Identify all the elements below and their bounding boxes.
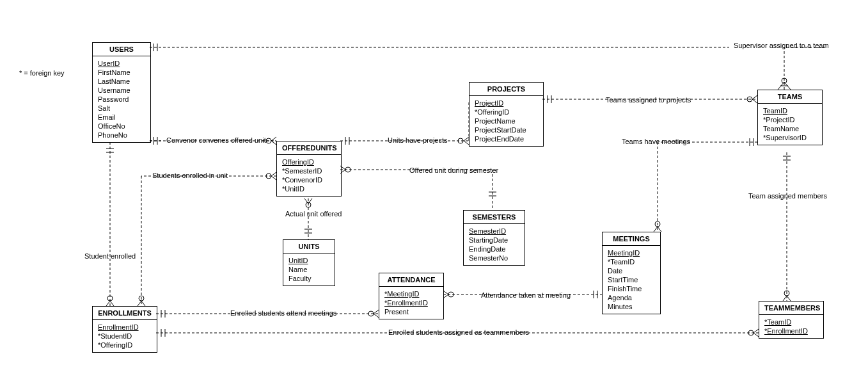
attr: *SemesterID — [282, 166, 336, 175]
svg-line-62 — [271, 176, 276, 180]
attr: *ProjectID — [763, 115, 817, 124]
attr: UserID — [98, 59, 145, 68]
entity-title: SEMESTERS — [464, 211, 525, 224]
entity-units: UNITS UnitIDNameFaculty — [283, 239, 335, 286]
entity-projects: PROJECTS ProjectID*OfferingIDProjectName… — [469, 82, 544, 147]
rel-supervisor: Supervisor assigned to a team — [732, 42, 830, 49]
attr: SemesterNo — [469, 253, 519, 262]
attr: *SupervisorID — [763, 133, 817, 142]
attr: Email — [98, 113, 145, 122]
attr: *OfferingID — [98, 341, 152, 350]
entity-title: ENROLLMENTS — [93, 307, 157, 320]
attr: StartTime — [608, 275, 655, 284]
entity-attrs: UnitIDNameFaculty — [283, 253, 335, 285]
entity-teammembers: TEAMMEMBERS *TeamID*EnrollmentID — [759, 301, 824, 339]
attr: Salt — [98, 104, 145, 113]
rel-team-members: Team assigned members — [747, 192, 828, 200]
attr: Username — [98, 86, 145, 95]
svg-line-44 — [787, 296, 791, 301]
svg-point-60 — [266, 173, 271, 179]
attr: Name — [288, 265, 329, 274]
rel-attendance-meeting: Attendance taken at meeting — [480, 291, 572, 299]
attr: FinishTime — [608, 284, 655, 293]
svg-line-38 — [658, 227, 661, 232]
svg-point-87 — [748, 330, 754, 335]
entity-attrs: *TeamID*EnrollmentID — [759, 315, 823, 338]
attr: *ConvenorID — [282, 175, 336, 184]
entity-semesters: SEMESTERS SemesterIDStartingDateEndingDa… — [463, 210, 525, 266]
rel-units-projects: Units have projects — [386, 136, 449, 144]
rel-convenor: Convenor convenes offered unit — [165, 136, 267, 144]
er-diagram-canvas: * = foreign key USERS UserIDFirstNameLas… — [0, 0, 868, 386]
attr: *TeamID — [608, 257, 655, 266]
svg-point-23 — [458, 138, 463, 143]
entity-attrs: TeamID*ProjectIDTeamName*SupervisorID — [758, 104, 822, 145]
entity-title: ATTENDANCE — [379, 273, 443, 287]
attr: *OfferingID — [475, 108, 538, 117]
rel-student-enrolled: Student enrolled — [83, 252, 137, 260]
attr: TeamID — [763, 106, 817, 115]
svg-point-53 — [306, 202, 311, 207]
attr: ProjectName — [475, 117, 538, 125]
entity-attrs: *MeetingID*EnrollmentIDPresent — [379, 287, 443, 319]
svg-line-77 — [374, 314, 379, 318]
svg-point-42 — [784, 291, 789, 296]
entity-title: PROJECTS — [470, 83, 543, 96]
svg-point-36 — [655, 221, 660, 227]
svg-line-65 — [141, 301, 145, 306]
rel-enrolled-attend: Enrolled students attend meetings — [229, 309, 338, 317]
attr: *EnrollmentID — [384, 298, 438, 307]
entity-enrollments: ENROLLMENTS EnrollmentID*StudentID*Offer… — [92, 306, 157, 353]
entity-meetings: MEETINGS MeetingID*TeamIDDateStartTimeFi… — [602, 232, 661, 314]
attr: EndingDate — [469, 245, 519, 253]
attr: EnrollmentID — [98, 323, 152, 332]
svg-line-76 — [374, 310, 379, 314]
attr: UnitID — [288, 256, 329, 265]
svg-point-29 — [747, 97, 752, 102]
svg-line-88 — [754, 329, 759, 333]
rel-offered-semester: Offered unit during semester — [408, 166, 500, 174]
svg-line-81 — [443, 294, 448, 298]
svg-line-54 — [304, 198, 308, 204]
svg-line-64 — [138, 301, 141, 306]
svg-line-43 — [783, 296, 787, 301]
attr: Faculty — [288, 274, 329, 283]
attr: ProjectID — [475, 99, 538, 108]
entity-title: MEETINGS — [603, 232, 660, 246]
entity-attrs: UserIDFirstNameLastNameUsernamePasswordS… — [93, 56, 150, 142]
entity-attrs: EnrollmentID*StudentID*OfferingID — [93, 320, 157, 352]
attr: OfficeNo — [98, 122, 145, 131]
svg-line-70 — [106, 301, 110, 306]
svg-line-17 — [271, 141, 276, 145]
svg-point-75 — [368, 311, 374, 316]
foreign-key-note: * = foreign key — [19, 69, 65, 77]
svg-line-71 — [110, 301, 114, 306]
svg-line-80 — [443, 291, 448, 294]
attr: Date — [608, 266, 655, 275]
entity-title: TEAMMEMBERS — [759, 302, 823, 315]
entity-attrs: ProjectID*OfferingIDProjectNameProjectSt… — [470, 96, 543, 146]
entity-teams: TEAMS TeamID*ProjectIDTeamName*Superviso… — [757, 90, 823, 145]
attr: FirstName — [98, 68, 145, 77]
svg-point-63 — [139, 296, 144, 301]
attr: Agenda — [608, 293, 655, 302]
attr: *MeetingID — [384, 289, 438, 298]
svg-line-31 — [752, 99, 757, 103]
entity-offeredunits: OFFEREDUNITS OfferingID*SemesterID*Conve… — [276, 141, 342, 197]
svg-point-79 — [448, 292, 454, 297]
rel-enrolled-teammembers: Enrolled students assigned as teammember… — [387, 328, 530, 336]
entity-attrs: SemesterIDStartingDateEndingDateSemester… — [464, 224, 525, 265]
attr: *EnrollmentID — [764, 326, 818, 335]
attr: *StudentID — [98, 332, 152, 341]
svg-line-37 — [654, 227, 658, 232]
rel-students-unit: Students enrolled in unit — [151, 172, 229, 179]
attr: *UnitID — [282, 184, 336, 193]
entity-title: TEAMS — [758, 90, 822, 104]
attr: Minutes — [608, 302, 655, 311]
svg-line-25 — [464, 141, 469, 145]
rel-teams-projects: Teams assigned to projects — [604, 96, 692, 104]
svg-point-47 — [345, 167, 351, 172]
attr: Present — [384, 307, 438, 316]
rel-actual-unit: Actual unit offered — [284, 210, 343, 218]
attr: *TeamID — [764, 318, 818, 326]
